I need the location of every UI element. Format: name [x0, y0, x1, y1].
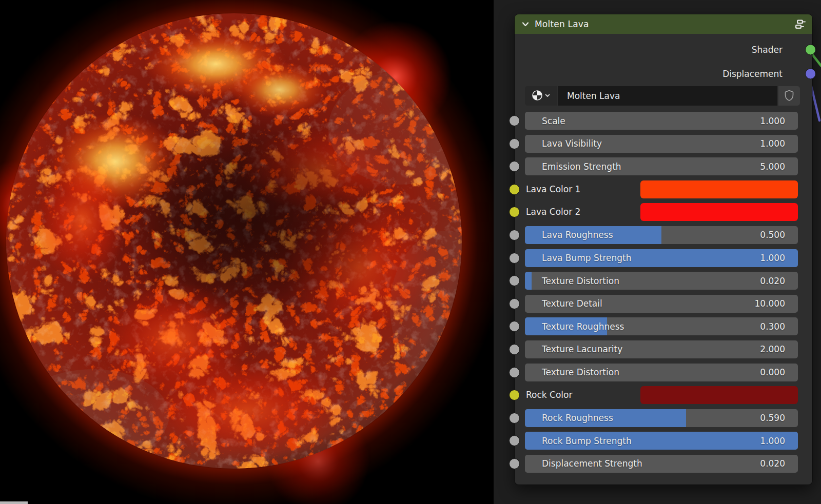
- param-label: Lava Bump Strength: [542, 253, 632, 263]
- input-socket[interactable]: [509, 138, 520, 149]
- param-row-lava-roughness: Lava Roughness0.500: [525, 226, 798, 244]
- input-socket[interactable]: [509, 435, 520, 446]
- output-socket-shader[interactable]: [805, 45, 816, 55]
- param-row-lava-visibility: Lava Visibility1.000: [525, 135, 798, 153]
- param-value: 0.000: [760, 367, 785, 377]
- slider-rock-bump-strength[interactable]: Rock Bump Strength1.000: [525, 432, 798, 450]
- input-socket[interactable]: [509, 298, 520, 309]
- node-group-icon: [794, 18, 806, 30]
- param-row-rock-bump-strength: Rock Bump Strength1.000: [525, 432, 798, 450]
- param-value: 0.300: [760, 321, 785, 332]
- param-row-texture-distortion: Texture Distortion0.020: [525, 272, 798, 290]
- input-socket[interactable]: [509, 321, 520, 332]
- param-value: 1.000: [760, 138, 785, 149]
- blender-screenshot: { "viewport": { "background": "#000000",…: [0, 0, 821, 504]
- material-preview-sphere-icon: [532, 90, 543, 103]
- output-label: Displacement: [722, 69, 783, 79]
- param-label: Texture Roughness: [542, 321, 624, 332]
- param-label: Texture Detail: [542, 298, 602, 309]
- param-row-texture-lacunarity: Texture Lacunarity2.000: [525, 340, 798, 358]
- param-row-emission-strength: Emission Strength5.000: [525, 157, 798, 175]
- chevron-down-icon[interactable]: [521, 19, 530, 29]
- param-value: 1.000: [760, 253, 785, 263]
- node-outputs: ShaderDisplacement: [515, 41, 812, 83]
- param-row-scale: Scale1.000: [525, 112, 798, 130]
- input-socket[interactable]: [509, 207, 520, 217]
- color-swatch-lava-color-2[interactable]: [640, 203, 798, 221]
- param-value: 5.000: [760, 162, 785, 172]
- slider-texture-distortion[interactable]: Texture Distortion0.020: [525, 272, 798, 290]
- slider-lava-roughness[interactable]: Lava Roughness0.500: [525, 226, 798, 244]
- param-label: Lava Visibility: [542, 138, 602, 149]
- node-group-name-input[interactable]: Molten Lava: [558, 86, 777, 106]
- molten-lava-sphere-render: [0, 0, 494, 504]
- value-field-emission-strength[interactable]: Emission Strength5.000: [525, 157, 798, 175]
- input-socket[interactable]: [509, 115, 520, 126]
- param-label: Texture Distortion: [542, 276, 619, 286]
- slider-lava-bump-strength[interactable]: Lava Bump Strength1.000: [525, 249, 798, 267]
- param-row-lava-color-1: Lava Color 1: [525, 180, 798, 198]
- param-value: 1.000: [760, 116, 785, 126]
- value-field-texture-lacunarity[interactable]: Texture Lacunarity2.000: [525, 340, 798, 358]
- slider-rock-roughness[interactable]: Rock Roughness0.590: [525, 409, 798, 427]
- param-label: Lava Color 1: [526, 180, 580, 198]
- param-value: 0.020: [760, 458, 785, 469]
- node-parameters: Scale1.000Lava Visibility1.000Emission S…: [525, 112, 798, 473]
- output-row-displacement: Displacement: [515, 65, 812, 83]
- param-row-displacement-strength: Displacement Strength0.020: [525, 455, 798, 473]
- material-browse-dropdown[interactable]: [525, 86, 557, 106]
- output-label: Shader: [752, 45, 783, 55]
- param-row-texture-roughness: Texture Roughness0.300: [525, 317, 798, 335]
- slider-texture-roughness[interactable]: Texture Roughness0.300: [525, 317, 798, 335]
- param-row-texture-distortion: Texture Distortion0.000: [525, 364, 798, 381]
- param-value: 2.000: [760, 344, 785, 354]
- input-socket[interactable]: [509, 161, 520, 172]
- slider-fill: [525, 272, 532, 290]
- param-label: Texture Distortion: [542, 367, 619, 377]
- render-viewport: [0, 0, 494, 504]
- input-socket[interactable]: [509, 413, 520, 424]
- viewport-scrollbar[interactable]: [0, 501, 28, 504]
- param-value: 1.000: [760, 436, 785, 446]
- value-field-texture-detail[interactable]: Texture Detail10.000: [525, 295, 798, 313]
- param-value: 0.020: [760, 276, 785, 286]
- input-socket[interactable]: [509, 275, 520, 286]
- input-socket[interactable]: [509, 230, 520, 240]
- param-label: Emission Strength: [542, 162, 621, 172]
- color-swatch-rock-color[interactable]: [640, 386, 798, 404]
- param-row-rock-roughness: Rock Roughness0.590: [525, 409, 798, 427]
- param-label: Lava Color 2: [526, 203, 580, 221]
- param-label: Scale: [542, 116, 565, 126]
- input-socket[interactable]: [509, 458, 520, 469]
- param-label: Rock Roughness: [542, 413, 613, 423]
- molten-lava-group-node[interactable]: Molten Lava: [515, 14, 812, 485]
- param-label: Rock Bump Strength: [542, 436, 632, 446]
- param-row-rock-color: Rock Color: [525, 386, 798, 404]
- node-title: Molten Lava: [535, 19, 789, 29]
- shader-node-editor[interactable]: Molten Lava: [494, 0, 821, 504]
- output-row-shader: Shader: [515, 41, 812, 58]
- param-label: Texture Lacunarity: [542, 344, 622, 354]
- param-value: 0.590: [760, 413, 785, 423]
- input-socket[interactable]: [509, 253, 520, 264]
- value-field-lava-visibility[interactable]: Lava Visibility1.000: [525, 135, 798, 153]
- input-socket[interactable]: [509, 390, 520, 400]
- color-swatch-lava-color-1[interactable]: [640, 180, 798, 198]
- param-value: 10.000: [755, 298, 785, 309]
- param-row-lava-bump-strength: Lava Bump Strength1.000: [525, 249, 798, 267]
- param-value: 0.500: [760, 230, 785, 240]
- value-field-displacement-strength[interactable]: Displacement Strength0.020: [525, 455, 798, 473]
- group-name-row: Molten Lava: [525, 86, 800, 106]
- shield-icon: [784, 89, 795, 103]
- chevron-down-icon: [544, 92, 551, 100]
- input-socket[interactable]: [509, 184, 520, 195]
- param-row-texture-detail: Texture Detail10.000: [525, 295, 798, 313]
- input-socket[interactable]: [509, 344, 520, 355]
- output-socket-displacement[interactable]: [805, 69, 816, 79]
- input-socket[interactable]: [509, 367, 520, 378]
- node-header[interactable]: Molten Lava: [515, 14, 812, 34]
- value-field-scale[interactable]: Scale1.000: [525, 112, 798, 130]
- param-label: Displacement Strength: [542, 458, 642, 469]
- fake-user-shield-button[interactable]: [778, 86, 800, 106]
- value-field-texture-distortion[interactable]: Texture Distortion0.000: [525, 364, 798, 381]
